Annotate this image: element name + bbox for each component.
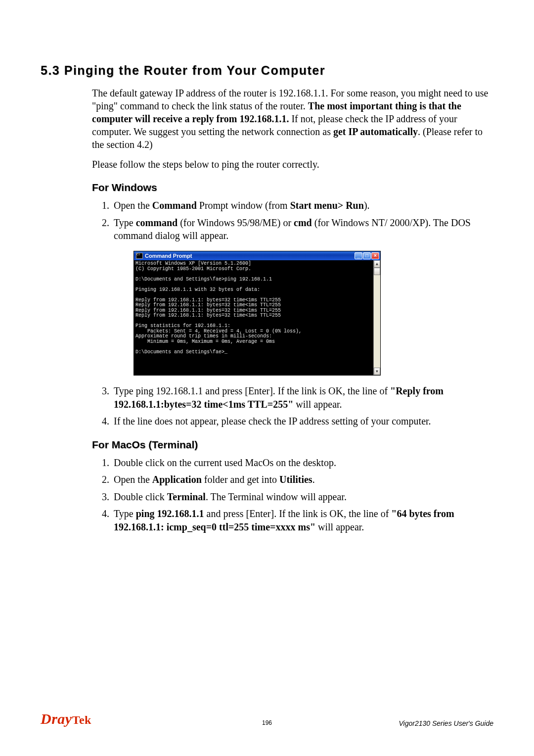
page-footer: DrayTek 196 Vigor2130 Series User's Guid… (41, 710, 493, 727)
t: Terminal (167, 491, 206, 502)
t: command (136, 217, 178, 228)
intro-paragraph-1: The default gateway IP address of the ro… (92, 87, 493, 151)
windows-steps: Open the Command Prompt window (from Sta… (92, 199, 493, 427)
intro-block: The default gateway IP address of the ro… (92, 87, 493, 533)
page: 5.3 Pinging the Router from Your Compute… (0, 0, 534, 756)
windows-step-1: Open the Command Prompt window (from Sta… (112, 199, 493, 212)
close-icon: × (374, 253, 377, 259)
t: Type ping 192.168.1.1 and press [Enter].… (114, 385, 390, 396)
t: Utilities (279, 474, 312, 485)
macos-heading: For MacOs (Terminal) (92, 438, 493, 451)
section-title-text: Pinging the Router from Your Computer (64, 63, 325, 77)
t: Command (152, 200, 197, 211)
chevron-up-icon: ▲ (376, 262, 378, 266)
cmd-icon (136, 253, 143, 259)
windows-step-4: If the line does not appear, please chec… (112, 415, 493, 427)
page-number: 196 (41, 719, 493, 726)
cmd-window-buttons: _ □ × (355, 252, 379, 259)
macos-step-1: Double click on the current used MacOs o… (112, 456, 493, 469)
t: will appear. (315, 521, 364, 532)
macos-step-2: Open the Application folder and get into… (112, 473, 493, 486)
t: ping 192.168.1.1 (136, 508, 204, 519)
t: Prompt window (from (197, 200, 290, 211)
command-prompt-window: Command Prompt _ □ × Microsoft Windows X… (134, 251, 381, 376)
cmd-title-text: Command Prompt (145, 253, 192, 259)
maximize-icon: □ (365, 253, 368, 259)
scroll-thumb[interactable] (374, 268, 380, 275)
t: Type (114, 508, 136, 519)
t: (for Windows 95/98/ME) or (178, 217, 294, 228)
chevron-down-icon: ▼ (376, 370, 378, 374)
t: Open the (114, 474, 152, 485)
cmd-title-left: Command Prompt (136, 253, 192, 259)
windows-heading: For Windows (92, 181, 493, 194)
t: ). (364, 200, 370, 211)
close-button[interactable]: × (371, 252, 379, 259)
intro-paragraph-2: Please follow the steps below to ping th… (92, 158, 493, 171)
cmd-body-wrap: Microsoft Windows XP [Version 5.1.2600] … (134, 260, 380, 375)
scroll-down-button[interactable]: ▼ (374, 368, 380, 375)
windows-step-2: Type command (for Windows 95/98/ME) or c… (112, 216, 493, 376)
minimize-icon: _ (357, 253, 360, 259)
macos-step-3: Double click Terminal. The Terminal wind… (112, 490, 493, 503)
cmd-output[interactable]: Microsoft Windows XP [Version 5.1.2600] … (134, 260, 373, 375)
t: Type (114, 217, 136, 228)
t: Start menu> Run (290, 200, 364, 211)
t: Application (152, 474, 202, 485)
macos-step-4: Type ping 192.168.1.1 and press [Enter].… (112, 507, 493, 533)
t: cmd (294, 217, 312, 228)
t: Open the (114, 200, 152, 211)
section-heading: 5.3 Pinging the Router from Your Compute… (41, 63, 493, 78)
t: will appear. (293, 399, 342, 410)
cmd-titlebar[interactable]: Command Prompt _ □ × (134, 251, 380, 260)
scroll-track[interactable] (374, 275, 380, 368)
macos-steps: Double click on the current used MacOs o… (92, 456, 493, 533)
t: and press [Enter]. If the link is OK, th… (204, 508, 392, 519)
t: . The Terminal window will appear. (206, 491, 347, 502)
intro-p1-bold2: get IP automatically (333, 126, 418, 137)
windows-step-3: Type ping 192.168.1.1 and press [Enter].… (112, 384, 493, 411)
minimize-button[interactable]: _ (355, 252, 362, 259)
t: . (312, 474, 315, 485)
section-number: 5.3 (41, 63, 60, 77)
maximize-button[interactable]: □ (363, 252, 371, 259)
scroll-up-button[interactable]: ▲ (374, 260, 380, 268)
cmd-scrollbar[interactable]: ▲ ▼ (373, 260, 380, 375)
t: folder and get into (202, 474, 279, 485)
t: Double click (114, 491, 167, 502)
